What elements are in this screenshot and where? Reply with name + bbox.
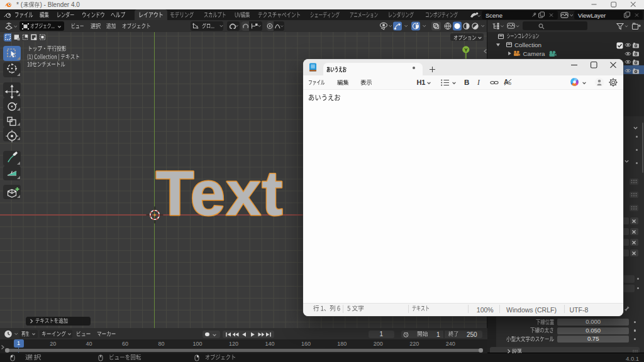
svg-text:Y: Y xyxy=(464,47,468,53)
svg-text:Text: Text xyxy=(156,158,283,226)
